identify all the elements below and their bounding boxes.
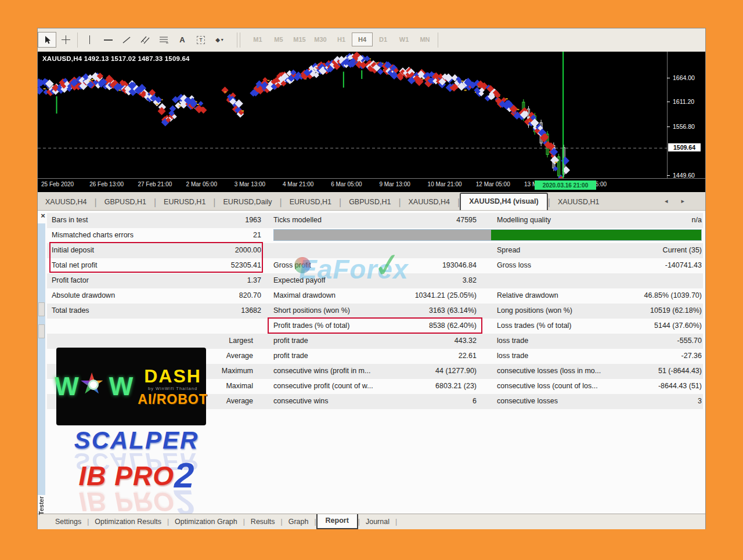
screenshot-root: { "app": { "border_color": "#F79433", "w… [0, 0, 743, 560]
row-value: 3 [612, 397, 702, 405]
timeframe-m1[interactable]: M1 [247, 32, 268, 46]
tab-journal[interactable]: Journal [360, 515, 395, 528]
timeframe-mn[interactable]: MN [414, 32, 435, 46]
wow-letter: W [109, 372, 134, 401]
fibonacci-icon [159, 35, 169, 44]
tester-tab-bar: Settings|Optimization Results|Optimizati… [38, 514, 705, 529]
row-label: Total trades [52, 306, 89, 315]
timeframe-h1[interactable]: H1 [331, 32, 352, 46]
tab-xauusd-h1[interactable]: XAUUSD,H1 [550, 194, 607, 210]
wow-mark: W ★ W [55, 371, 133, 402]
time-tick-label: 6 Mar 05:00 [331, 181, 362, 187]
shapes-tool-button[interactable]: ◆ ▾ [210, 32, 229, 48]
scrollbar-block [38, 302, 45, 316]
tab-xauusd-h4[interactable]: XAUUSD,H4 [401, 194, 458, 210]
progress-gray-segment [274, 230, 491, 240]
equidistant-channel-icon [140, 35, 150, 44]
row-value: 47595 [369, 216, 477, 224]
toolbar-separator [77, 32, 78, 48]
report-row: Total trades13682Short positions (won %)… [47, 304, 703, 319]
row-label: Profit factor [52, 276, 89, 284]
mt4-tester-window: A T ◆ ▾ M1M5M15M30H1H4D1W1MN XAUUSD,H4 1… [37, 28, 706, 529]
tab-eurusd-h1[interactable]: EURUSD,H1 [156, 194, 213, 210]
chart-title: XAUUSD,H4 1492.13 1517.02 1487.33 1509.6… [42, 55, 190, 62]
report-row: Largestprofit trade443.32loss trade-555.… [47, 334, 703, 349]
price-tick-label: 1556.80 [673, 123, 695, 130]
tab-eurusd-h1[interactable]: EURUSD,H1 [282, 194, 339, 210]
price-tick-label: 1449.60 [673, 172, 695, 179]
price-tick-label: 1611.20 [673, 98, 694, 105]
row-value: 46.85% (1039.70) [612, 291, 702, 299]
row-value: 13682 [160, 306, 261, 315]
cursor-tool-button[interactable] [38, 32, 56, 48]
time-tick-label: 4 Mar 21:00 [283, 181, 313, 187]
tab-graph[interactable]: Graph [283, 515, 315, 528]
row-value: 51 (-8644.43) [612, 367, 702, 375]
timeframe-m30[interactable]: M30 [310, 32, 331, 46]
text-icon: A [179, 35, 185, 44]
tab-gbpusd-h1[interactable]: GBPUSD,H1 [341, 194, 398, 210]
text-tool-button[interactable]: A [173, 32, 192, 48]
report-row: Bars in test1963Ticks modelled47595Model… [47, 213, 703, 228]
tab-gbpusd-h1[interactable]: GBPUSD,H1 [97, 194, 154, 210]
time-tick-label: 27 Feb 21:00 [138, 181, 172, 187]
star-center-dot [88, 380, 99, 390]
wow-dash-logo: W ★ W DASH by WinWifi Thailand AI/ROBOT [56, 348, 206, 425]
watermark-logo-icon [294, 257, 311, 273]
toolbar-separator [237, 32, 237, 48]
row-value: 6 [369, 397, 477, 405]
star-icon: ★ [79, 371, 109, 402]
timeframe-m5[interactable]: M5 [268, 32, 289, 46]
tab-results[interactable]: Results [245, 515, 281, 528]
row-value: -555.70 [612, 337, 702, 345]
scalper-branding: SCALPER SCALPER IB PRO2 IB PRO2 [44, 427, 229, 512]
row-value: -27.36 [612, 352, 702, 360]
tabs-scroll-arrows: ◂ ▸ [665, 197, 690, 205]
crosshair-tool-button[interactable] [56, 32, 75, 48]
row-label: Absolute drawdown [52, 291, 115, 299]
channel-tool-button[interactable] [136, 32, 154, 48]
report-panel: × Bars in test1963Ticks modelled47595Mod… [38, 211, 705, 514]
chevron-down-icon: ▾ [221, 37, 223, 42]
row-value: -8644.43 (51) [612, 382, 702, 390]
fibonacci-tool-button[interactable] [154, 32, 173, 48]
time-tick-label: 10 Mar 21:00 [428, 181, 462, 187]
tabs-scroll-left[interactable]: ◂ [665, 197, 674, 204]
tester-panel-tab[interactable]: Tester [38, 496, 46, 530]
timeframe-w1[interactable]: W1 [394, 32, 414, 46]
timeframe-d1[interactable]: D1 [373, 32, 394, 46]
tabs-scroll-right[interactable]: ▸ [681, 197, 690, 204]
price-chart-canvas[interactable] [38, 52, 667, 178]
scrollbar-block [38, 324, 45, 338]
vertical-line-tool-button[interactable] [80, 32, 99, 48]
trendline-icon [122, 36, 131, 44]
tab-eurusd-daily[interactable]: EURUSD,Daily [216, 194, 280, 210]
trendline-tool-button[interactable] [117, 32, 136, 48]
row-prefix: Largest [177, 337, 253, 345]
time-tick-label: 25 Feb 2020 [41, 181, 74, 187]
horizontal-line-icon [104, 39, 113, 41]
tab-settings[interactable]: Settings [49, 515, 87, 528]
tab-optimization-graph[interactable]: Optimization Graph [169, 515, 243, 528]
tab-xauusd-h4[interactable]: XAUUSD,H4 [38, 194, 95, 210]
row-label: Initial deposit [52, 246, 94, 254]
row-value: 52305.41 [160, 261, 261, 269]
current-price-tag: 1509.64 [668, 143, 701, 151]
timeframe-h4[interactable]: H4 [352, 32, 373, 46]
time-tick-label: 3 Mar 13:00 [235, 181, 265, 187]
tab-optimization-results[interactable]: Optimization Results [89, 515, 167, 528]
close-icon[interactable]: × [39, 212, 47, 220]
row-value: 2000.00 [160, 246, 261, 254]
row-value: Current (35) [612, 246, 702, 254]
wow-letter: W [55, 372, 79, 401]
report-row: Profit trades (% of total)8538 (62.40%)L… [47, 319, 703, 334]
modelling-quality-progress [273, 229, 702, 241]
crosshair-icon [62, 35, 70, 44]
timeframe-m15[interactable]: M15 [289, 32, 310, 46]
time-tick-label: 2 Mar 05:00 [186, 181, 217, 187]
horizontal-line-tool-button[interactable] [99, 32, 117, 48]
tab-xauusd-h4-visual-[interactable]: XAUUSD,H4 (visual) [460, 193, 547, 210]
text-label-tool-button[interactable]: T [192, 32, 210, 48]
tab-report[interactable]: Report [316, 514, 358, 529]
report-tabs-list: XAUUSD,H4|GBPUSD,H1|EURUSD,H1|EURUSD,Dai… [38, 193, 607, 210]
